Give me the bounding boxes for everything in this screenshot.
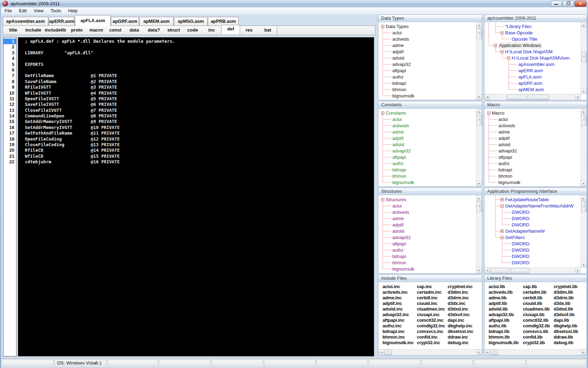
line-number[interactable]: 1 xyxy=(4,39,16,44)
code-line[interactable]: ; apFLA.def : apFLA *.dll Declares the m… xyxy=(25,39,374,44)
tree-item-macro[interactable]: Macro xyxy=(492,110,504,116)
list-item-aftpapi-lib[interactable]: aftpapi.lib xyxy=(489,318,519,323)
tree-item-fwupdateroutetable[interactable]: FwUpdateRouteTable xyxy=(505,197,549,203)
list-item-comctl32-inc[interactable]: comctl32.inc xyxy=(417,318,445,323)
line-number[interactable]: 5 xyxy=(4,62,16,67)
list-item-adsiid-lib[interactable]: adsiid.lib xyxy=(489,306,519,312)
line-number[interactable]: 17 xyxy=(4,130,16,136)
tree-item-bignumsdk[interactable]: bignumsdk xyxy=(392,266,414,272)
vertical-scrollbar[interactable]: ▲ ▼ xyxy=(476,109,482,186)
vertical-scrollbar[interactable]: ▲ ▼ xyxy=(476,22,482,100)
tree-item-aclui[interactable]: aclui xyxy=(498,116,508,123)
menu-item-edit[interactable]: Edit xyxy=(15,7,30,14)
list-item-ddraw-inc[interactable]: ddraw.inc xyxy=(448,334,473,340)
list-item-d3dxd-lib[interactable]: d3dxd.lib xyxy=(554,306,578,312)
section-tab-inc[interactable]: inc xyxy=(202,26,222,34)
code-line[interactable]: CloseFileIVGTT @7 PRIVATE xyxy=(25,108,374,113)
list-item-aftpapi-inc[interactable]: aftpapi.inc xyxy=(383,318,414,323)
section-tab-macro[interactable]: macro xyxy=(86,26,106,34)
line-number[interactable]: 21 xyxy=(4,154,16,159)
list-item-bdnapi-inc[interactable]: bdnapi.inc xyxy=(383,329,414,334)
list-item-debug-lib[interactable]: debug.lib xyxy=(554,340,578,346)
scroll-up-button[interactable]: ▲ xyxy=(581,109,586,114)
section-tab-proto[interactable]: proto xyxy=(67,26,87,34)
tree-item-dword[interactable]: DWORD xyxy=(512,253,530,260)
list-item-authz-inc[interactable]: authz.inc xyxy=(383,323,414,329)
list-item-certidl-inc[interactable]: certidl.inc xyxy=(417,295,445,301)
code-line[interactable] xyxy=(25,67,374,73)
section-tab-res[interactable]: res xyxy=(239,26,259,34)
scroll-down-button[interactable]: ▼ xyxy=(476,181,482,186)
tree-item-getadapternamefrommacaddrw[interactable]: GetAdapterNameFromMacAddrW xyxy=(505,203,574,209)
code-line[interactable]: GetFileName @1 PRIVATE xyxy=(25,73,374,79)
line-number[interactable]: 20 xyxy=(4,148,16,153)
section-tab-data[interactable]: data? xyxy=(144,26,164,34)
tree-item-adsiid[interactable]: adsiid xyxy=(498,142,510,148)
scroll-up-button[interactable]: ▲ xyxy=(476,196,482,201)
tree-item-advapi32[interactable]: advapi32 xyxy=(392,234,411,241)
list-item-comsvcs-inc[interactable]: comsvcs.inc xyxy=(417,329,445,334)
tree-item-apfla-asm[interactable]: apFLA.asm xyxy=(518,74,541,80)
tree-item-adptif[interactable]: adptif xyxy=(392,135,404,142)
vertical-scrollbar[interactable]: ▲ ▼ xyxy=(476,196,482,273)
tree-item-application-windows[interactable]: Application Windows xyxy=(498,42,542,49)
menu-item-file[interactable]: File xyxy=(1,7,15,14)
collapse-box-icon[interactable] xyxy=(500,50,504,53)
file-tab-apmsg-asm[interactable]: apMSG.asm xyxy=(174,17,208,26)
tree-item-adme[interactable]: adme xyxy=(392,129,404,135)
code-line[interactable]: CommandLineOpen @8 PRIVATE xyxy=(25,113,374,119)
line-number[interactable]: 16 xyxy=(4,125,16,130)
section-tab-includelib[interactable]: includelib xyxy=(43,26,68,34)
file-tab-aperr-asm[interactable]: apERR.asm xyxy=(49,17,75,26)
line-number[interactable]: 3 xyxy=(4,50,16,56)
scrollbar-thumb[interactable] xyxy=(490,350,498,355)
line-number[interactable]: 8 xyxy=(4,79,16,84)
file-tab-apprb-asm[interactable]: apPRB.asm xyxy=(208,17,239,26)
scrollbar-thumb[interactable] xyxy=(506,95,549,100)
tree-item-dword[interactable]: DWORD xyxy=(512,209,530,216)
list-item-d3dim-inc[interactable]: d3dim.inc xyxy=(448,289,473,295)
line-number[interactable]: 7 xyxy=(4,73,16,79)
tree-item-authz[interactable]: authz xyxy=(392,74,404,80)
list-item-adptif-lib[interactable]: adptif.lib xyxy=(489,301,519,306)
list-item-cap-inc[interactable]: cap.inc xyxy=(417,284,445,289)
tree-item-getfilters[interactable]: GetFilters xyxy=(505,234,525,241)
tree-item-structures[interactable]: Structures xyxy=(386,197,406,203)
list-item-cluadmex-lib[interactable]: cluadmex.lib xyxy=(523,306,550,312)
tree-item-library-files[interactable]: *Library Files xyxy=(505,23,532,30)
scroll-up-button[interactable]: ▲ xyxy=(581,196,586,201)
scroll-up-button[interactable]: ▲ xyxy=(476,22,482,28)
tree-item-apmem-asm[interactable]: apMEM.asm xyxy=(518,87,544,93)
collapse-box-icon[interactable] xyxy=(500,31,504,34)
tree-item-apgrf-asm[interactable]: apGRF.asm xyxy=(518,80,542,87)
tree-item-bdnapi[interactable]: bdnapi xyxy=(392,253,406,260)
tree-item-dword[interactable]: DWORD xyxy=(512,247,530,253)
tree-item-opcode-title[interactable]: Opcode Title xyxy=(512,36,537,42)
code-line[interactable]: RFileIVGTT @3 PRIVATE xyxy=(25,84,374,90)
line-number[interactable]: 9 xyxy=(4,84,16,90)
line-number[interactable]: 18 xyxy=(4,136,16,142)
tree-item-dword[interactable]: DWORD xyxy=(512,216,530,222)
section-tab-def[interactable]: def xyxy=(221,25,240,34)
list-item-d3drm-lib[interactable]: d3drm.lib xyxy=(554,295,578,301)
list-item-crypt32-lib[interactable]: crypt32.lib xyxy=(523,340,550,346)
list-item-certadm-lib[interactable]: certadm.lib xyxy=(523,289,550,295)
code-line[interactable]: SaveFileName @2 PRIVATE xyxy=(25,79,374,84)
list-item-d3drm-inc[interactable]: d3drm.inc xyxy=(448,295,473,301)
vertical-scrollbar[interactable]: ▲ ▼ xyxy=(581,196,586,267)
file-tab-apgrf-asm[interactable]: apGRF.asm xyxy=(111,17,139,26)
tree-item-base-opcode[interactable]: Base Opcode xyxy=(505,30,533,36)
list-item-confid-inc[interactable]: confid.inc xyxy=(417,334,445,340)
scroll-down-button[interactable]: ▼ xyxy=(476,268,482,273)
list-item-comctl32-lib[interactable]: comctl32.lib xyxy=(523,318,550,323)
menu-item-help[interactable]: Help xyxy=(65,7,81,14)
code-line[interactable] xyxy=(25,56,374,61)
horizontal-scrollbar[interactable]: ◄ ► xyxy=(485,267,581,273)
list-item-dapi-lib[interactable]: dapi.lib xyxy=(554,318,578,323)
tree-item-authz[interactable]: authz xyxy=(498,161,510,167)
list-item-d3dim-lib[interactable]: d3dim.lib xyxy=(554,289,578,295)
list-item-comdlg32-inc[interactable]: comdlg32.inc xyxy=(417,323,445,329)
menu-item-tools[interactable]: Tools xyxy=(47,7,64,14)
list-item-crypt32-inc[interactable]: crypt32.inc xyxy=(417,340,445,346)
tree-item-adme[interactable]: adme xyxy=(498,129,510,135)
